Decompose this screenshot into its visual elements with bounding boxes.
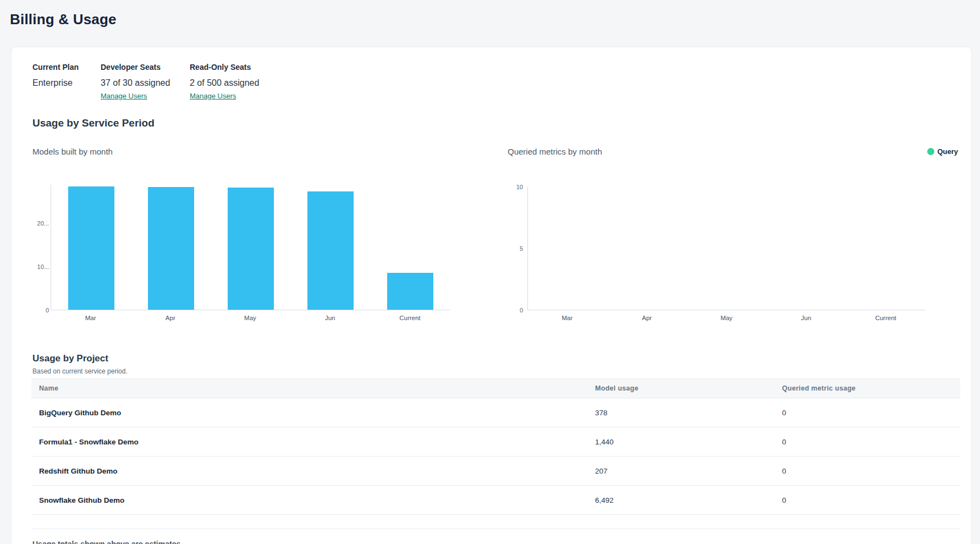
models-built-plot-area [51,185,450,310]
queried-metrics-x-axis: MarAprMayJunCurrent [527,315,926,323]
table-row: Snowflake Github Demo6,4920 [31,486,960,515]
readonly-seats-value: 2 of 500 assigned [190,78,259,89]
model-usage-cell: 6,492 [595,496,782,504]
column-header-name: Name [31,384,595,392]
current-plan-label: Current Plan [32,62,79,72]
model-usage-cell: 207 [595,467,782,475]
bar-jun[interactable] [307,191,354,310]
models-built-y-axis: 010...20... [27,185,49,310]
y-tick-label: 0 [501,306,523,314]
developer-seats-label: Developer Seats [101,62,170,72]
column-header-queried-metric-usage: Queried metric usage [782,384,960,392]
table-row: Redshift Github Demo2070 [31,457,960,486]
usage-by-project-subtitle: Based on current service period. [32,367,128,375]
y-tick-label: 20... [27,219,49,227]
project-name-cell: Formula1 - Snowflake Demo [31,438,595,446]
x-tick-label: Current [846,315,926,321]
manage-users-link-readonly[interactable]: Manage Users [190,92,236,100]
page-title: Billing & Usage [10,11,117,28]
table-row: Formula1 - Snowflake Demo1,4400 [31,427,960,457]
column-header-model-usage: Model usage [595,384,782,392]
y-tick-label: 5 [501,245,523,252]
current-plan-block: Current Plan Enterprise [32,62,79,89]
queried-metric-usage-cell: 0 [782,438,960,446]
y-tick-label: 10... [27,263,49,271]
x-tick-label: Mar [51,315,130,321]
manage-users-link-developer[interactable]: Manage Users [101,92,147,100]
bar-mar[interactable] [68,186,114,310]
queried-metric-usage-cell: 0 [782,496,960,504]
readonly-seats-label: Read-Only Seats [190,62,259,72]
model-usage-cell: 378 [595,409,782,417]
usage-by-project-table: Name Model usage Queried metric usage Bi… [31,378,960,529]
x-tick-label: Apr [130,315,210,321]
queried-metrics-chart-title: Queried metrics by month [508,147,602,156]
query-legend-label: Query [937,147,958,156]
bar-current[interactable] [387,273,433,310]
y-tick-label: 10 [501,183,523,191]
billing-usage-page: Billing & Usage Current Plan Enterprise … [0,0,980,544]
x-tick-label: Jun [290,315,370,321]
project-name-cell: BigQuery Github Demo [31,409,595,417]
developer-seats-value: 37 of 30 assigned [101,78,170,89]
queried-metric-usage-cell: 0 [782,409,960,417]
table-body: BigQuery Github Demo3780Formula1 - Snowf… [31,398,960,515]
x-tick-label: Jun [766,315,846,321]
queried-metrics-y-axis: 0510 [501,187,523,310]
queried-metric-usage-cell: 0 [782,467,960,475]
project-name-cell: Snowflake Github Demo [31,496,595,504]
queried-metrics-plot-area [527,187,926,310]
models-built-x-axis: MarAprMayJunCurrent [51,315,450,323]
x-tick-label: Current [370,315,450,321]
y-tick-label: 0 [27,306,49,314]
x-tick-label: Mar [527,315,607,321]
table-footer-spacer [31,515,960,529]
x-tick-label: May [687,315,767,321]
bar-apr[interactable] [148,187,194,310]
current-plan-value: Enterprise [32,78,79,89]
model-usage-cell: 1,440 [595,438,782,446]
usage-estimates-footnote: Usage totals shown above are estimates [32,540,180,544]
project-name-cell: Redshift Github Demo [31,467,595,475]
table-header-row: Name Model usage Queried metric usage [31,378,960,398]
models-built-chart-title: Models built by month [32,147,113,156]
readonly-seats-block: Read-Only Seats 2 of 500 assigned Manage… [190,62,259,101]
billing-card: Current Plan Enterprise Developer Seats … [11,47,972,544]
table-row: BigQuery Github Demo3780 [31,398,960,427]
usage-by-project-title: Usage by Project [32,353,108,364]
developer-seats-block: Developer Seats 37 of 30 assigned Manage… [101,62,170,101]
query-legend-dot-icon [927,148,934,155]
x-tick-label: Apr [607,315,687,321]
chart-legend: Query [927,147,958,156]
usage-by-service-period-title: Usage by Service Period [32,117,155,129]
bar-may[interactable] [228,188,274,310]
x-tick-label: May [210,315,290,321]
